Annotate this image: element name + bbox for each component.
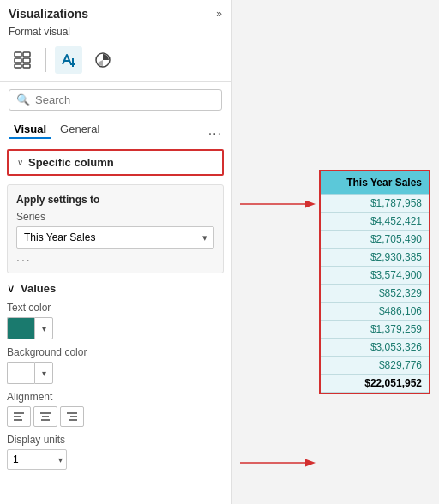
more-options-button[interactable]: ...	[208, 123, 222, 138]
display-units-dropdown-wrapper[interactable]: 1 1000 1M 1B 1T	[7, 449, 67, 470]
values-title: Values	[21, 282, 56, 295]
visualizations-panel: Visualizations » Format visual 🔍 Visual …	[0, 0, 232, 504]
panel-header: Visualizations »	[0, 0, 231, 24]
bg-color-dropdown[interactable]: ▾	[34, 362, 53, 384]
tab-visual[interactable]: Visual	[9, 121, 51, 139]
svg-rect-3	[23, 58, 30, 63]
table-row: $829,776	[321, 357, 429, 375]
table-row: $1,379,259	[321, 321, 429, 339]
panel-expand-icon[interactable]: »	[216, 8, 222, 20]
table-cell: $1,379,259	[321, 321, 429, 339]
table-row-total: $22,051,952	[321, 375, 429, 393]
svg-rect-2	[15, 58, 21, 63]
svg-rect-5	[23, 64, 30, 68]
panel-title: Visualizations	[9, 7, 88, 21]
table-cell: $3,574,900	[321, 267, 429, 285]
table-cell: $2,705,490	[321, 231, 429, 249]
table-cell: $852,329	[321, 285, 429, 303]
values-header[interactable]: ∨ Values	[7, 282, 224, 295]
bg-color-swatch[interactable]	[7, 362, 34, 384]
format-visual-label: Format visual	[0, 24, 231, 43]
table-row: $4,452,421	[321, 213, 429, 231]
data-table: This Year Sales $1,787,958 $4,452,421 $2…	[319, 170, 430, 394]
align-left-button[interactable]	[7, 406, 31, 427]
background-color-label: Background color	[7, 346, 224, 358]
table-cell: $486,106	[321, 303, 429, 321]
align-center-button[interactable]	[33, 406, 57, 427]
apply-settings-title: Apply settings to	[16, 194, 214, 206]
section-chevron-icon: ∨	[17, 158, 23, 167]
icon-divider	[45, 48, 46, 72]
tabs-row: Visual General ...	[0, 117, 231, 144]
analytics-icon-button[interactable]	[89, 46, 117, 74]
text-color-label: Text color	[7, 302, 224, 314]
text-color-dropdown[interactable]: ▾	[34, 317, 53, 339]
alignment-label: Alignment	[7, 391, 224, 403]
table-cell: $2,930,385	[321, 249, 429, 267]
specific-column-section[interactable]: ∨ Specific column	[7, 149, 224, 176]
table-row: $1,787,958	[321, 195, 429, 213]
table-cell: $3,053,326	[321, 339, 429, 357]
icon-toolbar	[0, 43, 231, 82]
table-header: This Year Sales	[321, 171, 429, 195]
display-units-label: Display units	[7, 434, 224, 446]
alignment-row	[7, 406, 224, 427]
table-row: $3,053,326	[321, 339, 429, 357]
search-icon: 🔍	[16, 93, 30, 106]
tab-general[interactable]: General	[55, 121, 105, 139]
tabs-container: Visual General	[9, 121, 105, 139]
series-dropdown-wrapper[interactable]: This Year Sales	[16, 226, 214, 249]
text-color-swatch[interactable]	[7, 317, 34, 339]
table-row: $486,106	[321, 303, 429, 321]
right-panel: This Year Sales $1,787,958 $4,452,421 $2…	[232, 0, 439, 504]
svg-rect-1	[23, 52, 30, 57]
svg-rect-4	[15, 64, 21, 68]
table-cell-total: $22,051,952	[321, 375, 429, 393]
table-container: This Year Sales $1,787,958 $4,452,421 $2…	[319, 170, 430, 394]
format-icon-button[interactable]	[55, 46, 82, 74]
align-right-button[interactable]	[60, 406, 84, 427]
table-row: $3,574,900	[321, 267, 429, 285]
bg-color-row: ▾	[7, 362, 224, 384]
display-units-field: Display units 1 1000 1M 1B 1T	[7, 434, 224, 470]
values-section: ∨ Values Text color ▾ Background color ▾…	[7, 282, 224, 470]
table-row: $2,705,490	[321, 231, 429, 249]
alignment-field: Alignment	[7, 391, 224, 427]
search-box[interactable]: 🔍	[9, 89, 222, 111]
series-dropdown[interactable]: This Year Sales	[16, 226, 214, 249]
table-cell: $1,787,958	[321, 195, 429, 213]
series-label: Series	[16, 211, 214, 223]
svg-rect-0	[15, 52, 21, 57]
display-units-dropdown[interactable]: 1 1000 1M 1B 1T	[7, 449, 67, 470]
ellipsis: ...	[16, 249, 214, 266]
text-color-field: Text color ▾	[7, 302, 224, 339]
table-cell: $829,776	[321, 357, 429, 375]
search-input[interactable]	[35, 93, 214, 106]
table-row: $852,329	[321, 285, 429, 303]
apply-settings-box: Apply settings to Series This Year Sales…	[7, 184, 224, 273]
specific-column-label: Specific column	[28, 156, 114, 169]
background-color-field: Background color ▾	[7, 346, 224, 384]
values-chevron-icon: ∨	[7, 282, 15, 295]
table-icon-button[interactable]	[9, 46, 36, 74]
table-cell: $4,452,421	[321, 213, 429, 231]
table-row: $2,930,385	[321, 249, 429, 267]
text-color-row: ▾	[7, 317, 224, 339]
